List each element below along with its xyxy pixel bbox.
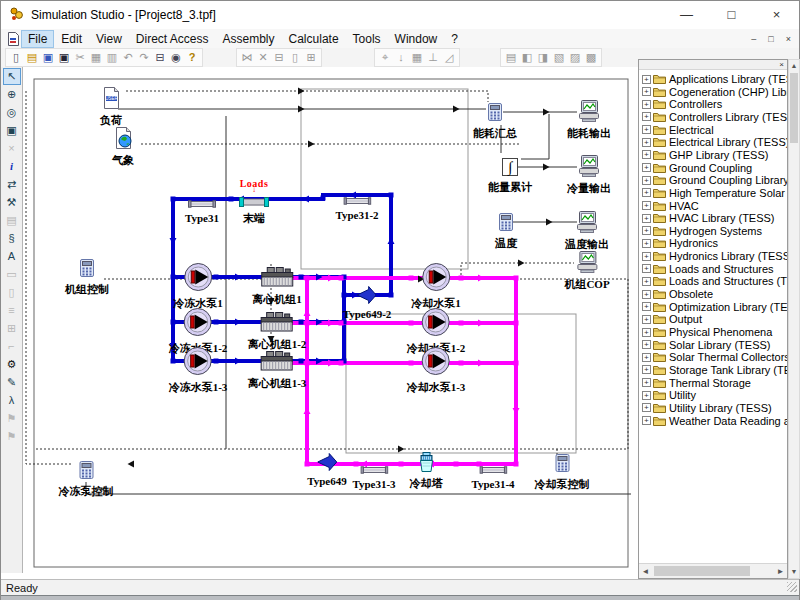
toolbar-information-button[interactable]: ◨ [535,50,551,65]
palette-stamp-tool[interactable]: ▤ [3,212,21,229]
tree-expander-icon[interactable]: + [642,290,651,299]
maximize-button[interactable]: □ [709,1,754,29]
tree-expander-icon[interactable]: + [642,353,651,362]
tree-expander-icon[interactable]: + [642,188,651,197]
tree-expander-icon[interactable]: + [642,277,651,286]
toolbar-fit-window-button[interactable]: ⋈ [239,50,255,65]
toolbar-redo-button[interactable]: ↷ [136,50,152,65]
tree-expander-icon[interactable]: + [642,214,651,223]
palette-plug-tool[interactable]: ⌐ [3,338,21,355]
toolbar-control-cards-button[interactable]: ◧ [519,50,535,65]
tree-item[interactable]: +Controllers Library (TESS) [642,111,787,123]
toolbar-layout-c-button[interactable]: ▩ [583,50,599,65]
tree-expander-icon[interactable]: + [642,315,651,324]
palette-text-tool[interactable]: A [3,248,21,265]
toolbar-open-button[interactable]: ▤ [24,50,40,65]
tree-item[interactable]: +Applications Library (TESS) [642,73,787,85]
menu-?[interactable]: ? [445,31,464,47]
toolbar-overview-button[interactable]: ⊞ [303,50,319,65]
menu-calculate[interactable]: Calculate [283,31,345,47]
close-button[interactable]: × [754,1,799,29]
tree-item[interactable]: +Controllers [642,98,722,110]
menu-file[interactable]: File [22,31,53,47]
menu-direct-access[interactable]: Direct Access [130,31,215,47]
toolbar-anchor-button[interactable]: ⊥ [425,50,441,65]
component-terminal[interactable]: Loads↓末端 [239,193,269,226]
component-type31[interactable]: Type31 [185,194,219,224]
tree-expander-icon[interactable]: + [642,264,651,273]
tree-expander-icon[interactable]: + [642,150,651,159]
tree-expander-icon[interactable]: + [642,378,651,387]
tree-item[interactable]: +Hydronics [642,237,718,249]
tree-horizontal-scrollbar[interactable]: ◄ ► [639,563,787,578]
palette-delete-tool[interactable]: × [3,140,21,157]
component-chiller-1[interactable]: 离心机组1 [252,266,302,307]
tree-item[interactable]: +HVAC Library (TESS) [642,212,775,224]
component-type649-2[interactable]: Type649-2 [343,286,392,320]
toolbar-print-preview-button[interactable]: ◉ [168,50,184,65]
tree-expander-icon[interactable]: + [642,112,651,121]
tree-item[interactable]: +Utility [642,389,696,401]
toolbar-slope-button[interactable]: ◿ [441,50,457,65]
tree-item[interactable]: +Electrical Library (TESS) [642,136,787,148]
tree-item[interactable]: +Thermal Storage [642,377,751,389]
toolbar-copy-button[interactable]: ▦ [88,50,104,65]
toolbar-shrink-button[interactable]: ⊟ [271,50,287,65]
component-cw-pump-control[interactable]: 冷却泵控制 [535,453,590,492]
palette-window-a-tool[interactable]: ▭ [3,266,21,283]
scroll-up-icon[interactable]: ▲ [789,60,799,72]
toolbar-layout-a-button[interactable]: ▧ [551,50,567,65]
component-energy-out[interactable]: 能耗输出 [567,100,611,141]
palette-window-b-tool[interactable]: ▯ [3,284,21,301]
palette-flag-b-tool[interactable]: ⚑ [3,428,21,445]
palette-snapshot-tool[interactable]: ▣ [3,122,21,139]
tree-item[interactable]: +Hydronics Library (TESS) [642,250,787,262]
tree-expander-icon[interactable]: + [642,252,651,261]
child-minimize-button[interactable]: – [751,34,756,44]
component-chw-pump-control[interactable]: 冷冻泵控制 [59,460,114,499]
tree-expander-icon[interactable]: + [642,226,651,235]
tree-item[interactable]: +High Temperature Solar (TESS) [642,187,787,199]
panel-close-icon[interactable]: × [779,60,784,69]
palette-layers-b-tool[interactable]: ⊞ [3,320,21,337]
tree-expander-icon[interactable]: + [642,75,651,84]
toolbar-output-window-button[interactable]: ▤ [503,50,519,65]
component-chiller-1-2[interactable]: 离心机组1-2 [248,311,307,352]
palette-settings-tool[interactable]: ⚙ [3,356,21,373]
toolbar-undo-button[interactable]: ↶ [120,50,136,65]
toolbar-help-button[interactable]: ? [184,50,200,65]
menu-assembly[interactable]: Assembly [217,31,281,47]
scroll-down-icon[interactable]: ▼ [789,566,799,578]
tree-item[interactable]: +Ground Coupling Library (TESS) [642,174,787,186]
resize-grip[interactable] [787,582,797,592]
tree-expander-icon[interactable]: + [642,416,651,425]
minimize-button[interactable]: — [664,1,709,29]
tree-item[interactable]: +Obsolete [642,288,713,300]
tree-item[interactable]: +Cogeneration (CHP) Library (TESS) [642,86,787,98]
tree-item[interactable]: +Loads and Structures (TESS) [642,275,787,287]
tree-item[interactable]: +Optimization Library (TESS) [642,301,787,313]
palette-select-tool[interactable]: ↖ [3,68,21,85]
component-cw-pump-1-3[interactable]: 冷却水泵1-3 [407,346,466,395]
tree-item[interactable]: +Solar Library (TESS) [642,339,770,351]
tree-expander-icon[interactable]: + [642,302,651,311]
tree-expander-icon[interactable]: + [642,125,651,134]
component-chw-pump-1-3[interactable]: 冷冻水泵1-3 [169,346,228,395]
tree-expander-icon[interactable]: + [642,239,651,248]
component-energy-acc[interactable]: ∫能量累计 [488,158,532,195]
toolbar-grid-button[interactable]: ▦ [409,50,425,65]
scroll-right-icon[interactable]: ► [774,567,787,576]
palette-zoom-tool[interactable]: ◎ [3,104,21,121]
component-weather[interactable]: 气象 [112,127,134,168]
tree-item[interactable]: +Storage Tank Library (TESS) [642,364,787,376]
tree-item[interactable]: +Electrical [642,124,714,136]
toolbar-save-all-button[interactable]: ▣ [56,50,72,65]
palette-direct-link-tool[interactable]: ⇄ [3,176,21,193]
tree-item[interactable]: +Loads and Structures [642,263,774,275]
menu-tools[interactable]: Tools [347,31,387,47]
component-load-file[interactable]: USER负荷 [100,87,122,128]
toolbar-sort-down-button[interactable]: ↓ [393,50,409,65]
component-type31-4[interactable]: Type31-4 [471,460,514,490]
toolbar-paste-button[interactable]: ▥ [104,50,120,65]
tree-item[interactable]: +Weather Data Reading and Process [642,415,787,427]
